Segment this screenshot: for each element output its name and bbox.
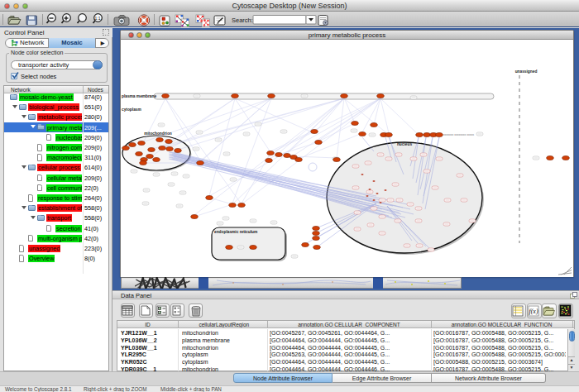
svg-text:1:1: 1:1 — [95, 16, 101, 21]
svg-text:f(x): f(x) — [529, 308, 538, 315]
svg-text:endoplasmic reticulum: endoplasmic reticulum — [214, 230, 257, 234]
svg-text:plasma membrane: plasma membrane — [122, 94, 156, 98]
svg-text:cytoplasm: cytoplasm — [122, 108, 141, 112]
svg-text:xxxxxxx xxxxxxxx xxxxx: xxxxxxx xxxxxxxx xxxxx — [443, 133, 474, 136]
svg-text:Search:: Search: — [232, 17, 253, 24]
svg-text:unassigned: unassigned — [515, 69, 538, 74]
svg-text:nucleus: nucleus — [397, 142, 412, 146]
